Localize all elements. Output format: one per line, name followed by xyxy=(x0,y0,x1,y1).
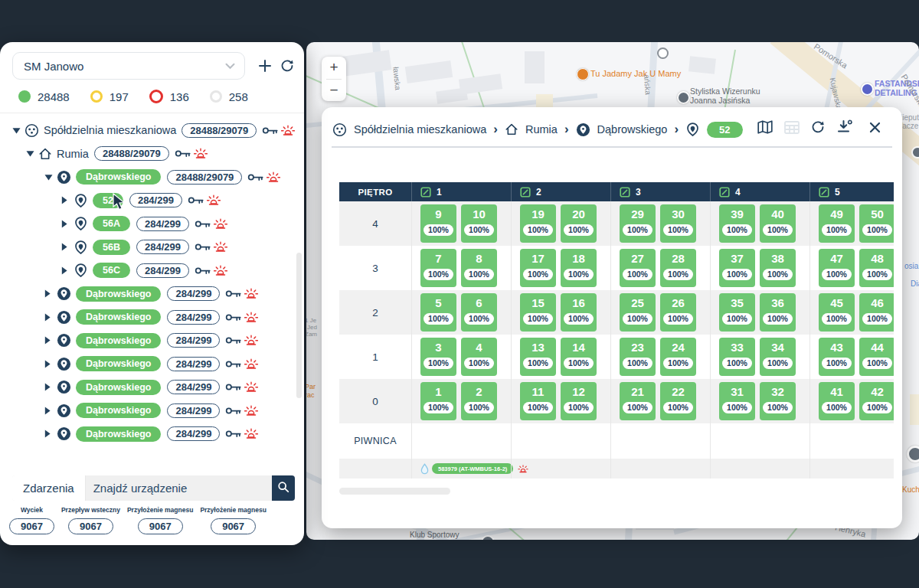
event-stat-count[interactable]: 9067 xyxy=(138,518,183,534)
zoom-out-button[interactable]: − xyxy=(322,80,346,102)
legend-item-ring-yellow[interactable]: 197 xyxy=(90,90,129,103)
device-search-input[interactable] xyxy=(86,475,272,501)
entrance-header-1[interactable]: 1 xyxy=(411,182,511,201)
breadcrumb-item-city[interactable]: Rumia xyxy=(525,123,558,136)
map-view-button[interactable] xyxy=(757,120,773,134)
apartment-cell-4[interactable]: 4100% xyxy=(461,338,497,376)
apartment-cell-27[interactable]: 27100% xyxy=(620,249,656,287)
grid-scrollbar[interactable] xyxy=(339,488,450,495)
tab-events[interactable]: Zdarzenia xyxy=(12,475,86,501)
expand-caret-icon[interactable] xyxy=(44,360,57,368)
apartment-cell-8[interactable]: 8100% xyxy=(461,249,497,287)
key-icon[interactable] xyxy=(175,149,191,158)
close-button[interactable] xyxy=(869,122,881,133)
entrance-header-3[interactable]: 3 xyxy=(610,182,710,201)
export-button[interactable] xyxy=(836,119,853,135)
poi-stylist-icon[interactable] xyxy=(677,91,690,104)
apartment-cell-50[interactable]: 50100% xyxy=(859,204,894,243)
breadcrumb-item-number[interactable]: 52 xyxy=(707,122,742,138)
key-icon[interactable] xyxy=(195,266,211,276)
tree-item-dąbrowskiego[interactable]: Dąbrowskiego284/299 xyxy=(0,283,304,306)
breadcrumb-item-org[interactable]: Spółdzielnia mieszkaniowa xyxy=(354,123,486,136)
expand-caret-icon[interactable] xyxy=(61,266,74,275)
apartment-cell-23[interactable]: 23100% xyxy=(620,338,656,376)
apartment-cell-5[interactable]: 5100% xyxy=(420,293,456,332)
apartment-cell-37[interactable]: 37100% xyxy=(719,249,755,287)
expand-caret-icon[interactable] xyxy=(44,289,57,298)
key-icon[interactable] xyxy=(188,195,204,205)
expand-caret-icon[interactable] xyxy=(61,220,74,228)
apartment-cell-38[interactable]: 38100% xyxy=(760,249,796,287)
apartment-cell-13[interactable]: 13100% xyxy=(520,338,556,376)
tree-item-56c[interactable]: 56C284/299 xyxy=(0,259,304,283)
key-icon[interactable] xyxy=(225,429,241,439)
apartment-cell-1[interactable]: 1100% xyxy=(420,382,456,420)
poi-right-2-icon[interactable] xyxy=(907,446,919,462)
organization-select[interactable]: SM Janowo xyxy=(12,52,245,80)
expand-caret-icon[interactable] xyxy=(61,243,74,251)
key-icon[interactable] xyxy=(225,359,241,369)
key-icon[interactable] xyxy=(225,382,241,392)
expand-caret-icon[interactable] xyxy=(44,383,57,391)
collapse-caret-icon[interactable] xyxy=(12,127,25,134)
apartment-cell-10[interactable]: 10100% xyxy=(461,204,497,243)
tree-item-52[interactable]: 52284/299 xyxy=(0,189,304,213)
apartment-cell-20[interactable]: 20100% xyxy=(561,204,597,243)
expand-caret-icon[interactable] xyxy=(44,430,57,438)
collapse-caret-icon[interactable] xyxy=(26,150,38,157)
tree-item-dąbrowskiego[interactable]: Dąbrowskiego284/299 xyxy=(0,329,304,353)
apartment-cell-29[interactable]: 29100% xyxy=(620,204,656,243)
apartment-cell-33[interactable]: 33100% xyxy=(719,338,755,376)
tree-item-spółdzielnia-mieszkaniowa[interactable]: Spółdzielnia mieszkaniowa28488/29079 xyxy=(0,119,304,142)
event-stat-count[interactable]: 9067 xyxy=(68,518,113,534)
key-icon[interactable] xyxy=(195,242,211,252)
expand-caret-icon[interactable] xyxy=(44,407,57,415)
key-icon[interactable] xyxy=(195,219,211,229)
apartment-cell-14[interactable]: 14100% xyxy=(561,338,597,376)
apartment-cell-46[interactable]: 46100% xyxy=(859,293,894,332)
entrance-header-5[interactable]: 5 xyxy=(809,182,894,201)
key-icon[interactable] xyxy=(262,126,278,136)
key-icon[interactable] xyxy=(225,406,241,416)
device-id-badge[interactable]: 583979 (AT-WMBUS-16-2) xyxy=(432,463,513,474)
apartment-cell-30[interactable]: 30100% xyxy=(660,204,696,243)
apartment-cell-34[interactable]: 34100% xyxy=(760,338,796,376)
apartment-cell-18[interactable]: 18100% xyxy=(561,249,597,287)
expand-caret-icon[interactable] xyxy=(61,196,74,204)
apartment-cell-32[interactable]: 32100% xyxy=(760,382,796,420)
zoom-in-button[interactable]: + xyxy=(322,57,346,79)
apartment-cell-28[interactable]: 28100% xyxy=(660,249,696,287)
apartment-cell-48[interactable]: 48100% xyxy=(859,249,894,287)
event-stat-count[interactable]: 9067 xyxy=(211,518,256,534)
tree-item-dąbrowskiego[interactable]: Dąbrowskiego284/299 xyxy=(0,376,304,400)
breadcrumb-item-street[interactable]: Dąbrowskiego xyxy=(597,123,668,136)
tree-item-56a[interactable]: 56A284/299 xyxy=(0,212,304,236)
entrance-header-2[interactable]: 2 xyxy=(511,182,610,201)
apartment-cell-22[interactable]: 22100% xyxy=(660,382,696,420)
apartment-cell-2[interactable]: 2100% xyxy=(461,382,497,420)
apartment-cell-11[interactable]: 11100% xyxy=(520,382,556,420)
panel-refresh-button[interactable] xyxy=(811,120,825,134)
apartment-cell-41[interactable]: 41100% xyxy=(819,382,855,420)
apartment-cell-42[interactable]: 42100% xyxy=(859,382,894,420)
legend-item-ring-red[interactable]: 136 xyxy=(149,90,189,103)
poi-restaurant-icon[interactable] xyxy=(577,68,589,80)
apartment-cell-39[interactable]: 39100% xyxy=(719,204,755,243)
expand-caret-icon[interactable] xyxy=(44,336,57,345)
apartment-cell-6[interactable]: 6100% xyxy=(461,293,497,332)
legend-item-ring-gray[interactable]: 258 xyxy=(210,90,248,103)
apartment-cell-47[interactable]: 47100% xyxy=(819,249,855,287)
tree-item-dąbrowskiego[interactable]: Dąbrowskiego284/299 xyxy=(0,352,304,376)
apartment-cell-49[interactable]: 49100% xyxy=(819,204,855,243)
apartment-cell-24[interactable]: 24100% xyxy=(660,338,696,376)
poi-right-1-icon[interactable] xyxy=(911,146,919,158)
event-stat-count[interactable]: 9067 xyxy=(9,518,54,534)
apartment-cell-26[interactable]: 26100% xyxy=(660,293,696,332)
apartment-cell-31[interactable]: 31100% xyxy=(719,382,755,420)
tree-item-dąbrowskiego[interactable]: Dąbrowskiego284/299 xyxy=(0,399,304,423)
apartment-cell-7[interactable]: 7100% xyxy=(420,249,456,287)
key-icon[interactable] xyxy=(247,172,263,182)
apartment-cell-19[interactable]: 19100% xyxy=(520,204,556,243)
add-button[interactable] xyxy=(255,56,275,76)
apartment-cell-40[interactable]: 40100% xyxy=(760,204,796,243)
